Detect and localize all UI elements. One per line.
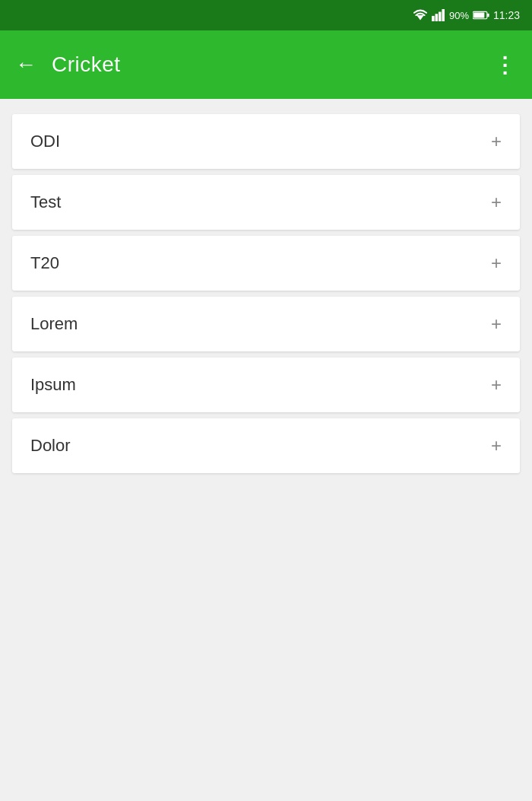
- svg-rect-1: [432, 16, 435, 21]
- content-area: ODI+Test+T20+Lorem+Ipsum+Dolor+: [0, 99, 532, 488]
- wifi-icon: [413, 9, 428, 21]
- list-item-label-lorem: Lorem: [30, 314, 78, 334]
- app-bar-title: Cricket: [52, 52, 121, 77]
- list-item-odi[interactable]: ODI+: [12, 114, 520, 169]
- list-item-test[interactable]: Test+: [12, 175, 520, 230]
- svg-marker-0: [416, 15, 424, 20]
- svg-rect-2: [435, 14, 438, 21]
- signal-icon: [432, 9, 445, 21]
- battery-percentage: 90%: [449, 10, 469, 21]
- list-item-plus-t20[interactable]: +: [491, 253, 502, 274]
- svg-rect-6: [473, 12, 484, 17]
- app-bar: ← Cricket ⋮: [0, 30, 532, 99]
- battery-icon: [473, 10, 489, 21]
- list-item-ipsum[interactable]: Ipsum+: [12, 358, 520, 412]
- list-item-label-dolor: Dolor: [30, 436, 71, 456]
- list-item-label-test: Test: [30, 192, 61, 212]
- status-icons: 90% 11:23: [413, 9, 520, 21]
- list-item-plus-lorem[interactable]: +: [491, 313, 502, 335]
- list-item-plus-odi[interactable]: +: [491, 131, 502, 152]
- list-item-plus-ipsum[interactable]: +: [491, 374, 502, 396]
- more-options-button[interactable]: ⋮: [494, 52, 517, 78]
- svg-rect-3: [439, 12, 442, 21]
- svg-rect-4: [442, 9, 445, 21]
- time: 11:23: [493, 9, 520, 21]
- list-item-label-t20: T20: [30, 253, 59, 273]
- status-bar: 90% 11:23: [0, 0, 532, 30]
- list-item-label-odi: ODI: [30, 132, 60, 151]
- app-bar-left: ← Cricket: [15, 52, 121, 77]
- back-button[interactable]: ←: [15, 52, 36, 77]
- list-item-t20[interactable]: T20+: [12, 236, 520, 291]
- list-item-plus-test[interactable]: +: [491, 192, 502, 213]
- list-item-plus-dolor[interactable]: +: [491, 435, 502, 456]
- list-item-label-ipsum: Ipsum: [30, 375, 76, 395]
- svg-rect-7: [487, 14, 489, 17]
- list-item-dolor[interactable]: Dolor+: [12, 418, 520, 473]
- list-item-lorem[interactable]: Lorem+: [12, 297, 520, 351]
